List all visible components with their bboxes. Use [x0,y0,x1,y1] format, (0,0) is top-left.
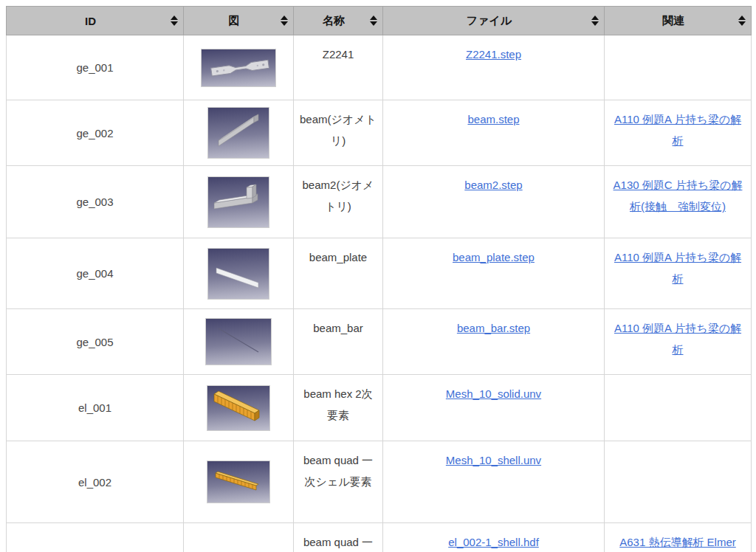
table-row: ge_001Z2241Z2241.step [7,35,752,100]
file-cell: Mesh_10_shell.unv [383,441,605,523]
id-cell [7,523,184,552]
related-link[interactable]: A110 例題A 片持ち梁の解析 [614,322,741,356]
file-cell: beam2.step [383,166,605,238]
file-cell: Mesh_10_solid.unv [383,375,605,441]
column-header-file[interactable]: ファイル [383,7,605,35]
file-link[interactable]: Mesh_10_shell.unv [446,454,541,466]
related-link[interactable]: A130 例題C 片持ち梁の解析(接触 強制変位) [614,179,743,213]
table-row: ge_004beam_platebeam_plate.stepA110 例題A … [7,238,752,309]
beam2-geometry-thumbnail [207,176,269,228]
beam-plate-thumbnail [207,248,269,300]
file-cell: beam_plate.step [383,238,605,309]
table-row: beam quad 一次シェル要素el_002-1_shell.hdfA631 … [7,523,752,552]
figure-cell [184,238,294,309]
sort-arrows-icon [370,15,377,26]
id-cell: ge_004 [7,238,184,309]
column-header-related[interactable]: 関連 [605,7,752,35]
name-cell: Z2241 [294,35,383,100]
sort-arrows-icon [591,15,599,26]
beam-geometry-thumbnail [207,107,269,159]
related-cell: A110 例題A 片持ち梁の解析 [605,309,752,375]
table-row: ge_003beam2(ジオメトリ)beam2.stepA130 例題C 片持ち… [7,166,752,238]
name-cell: beam_plate [294,238,383,309]
file-link[interactable]: beam2.step [464,179,522,191]
table-body: ge_001Z2241Z2241.stepge_002beam(ジオメトリ)be… [7,35,752,552]
related-link[interactable]: A110 例題A 片持ち梁の解析 [614,251,741,285]
id-cell: ge_003 [7,166,184,238]
figure-cell [184,100,294,166]
file-link[interactable]: el_002-1_shell.hdf [448,536,539,548]
table-row: ge_002beam(ジオメトリ)beam.stepA110 例題A 片持ち梁の… [7,100,752,166]
id-cell: el_002 [7,441,184,523]
id-cell: el_001 [7,375,184,441]
file-link[interactable]: beam_bar.step [457,322,530,334]
file-link[interactable]: beam_plate.step [453,251,535,263]
table-row: el_002beam quad 一次シェル要素Mesh_10_shell.unv [7,441,752,523]
name-cell: beam2(ジオメトリ) [294,166,383,238]
file-link[interactable]: Z2241.step [466,48,521,61]
name-cell: beam(ジオメトリ) [294,100,383,166]
id-cell: ge_002 [7,100,184,166]
name-cell: beam hex 2次要素 [294,375,383,441]
figure-cell [184,375,294,441]
column-header-label: 関連 [662,14,684,27]
column-header-label: 図 [229,14,240,27]
beam-hex-mesh-thumbnail [207,385,270,431]
related-link[interactable]: A110 例題A 片持ち梁の解析 [614,113,741,147]
related-cell [605,375,752,441]
figure-cell [184,166,294,238]
related-cell [605,441,752,523]
related-cell [605,35,752,100]
table-header-row: ID図名称ファイル関連 [7,7,752,35]
file-cell: beam.step [383,100,605,166]
related-cell: A110 例題A 片持ち梁の解析 [605,238,752,309]
sort-arrows-icon [281,15,288,26]
id-cell: ge_005 [7,309,184,375]
name-cell: beam_bar [294,309,383,375]
figure-cell [184,35,294,100]
figure-cell [184,309,294,375]
related-cell: A130 例題C 片持ち梁の解析(接触 強制変位) [605,166,752,238]
file-link[interactable]: Mesh_10_solid.unv [446,387,541,400]
beam-quad-mesh-thumbnail [207,460,270,503]
related-link[interactable]: A631 熱伝導解析 Elmer [619,536,736,548]
column-header-label: ファイル [467,14,512,27]
beam-bar-thumbnail [205,318,272,365]
name-cell: beam quad 一次シェル要素 [294,523,383,552]
figure-cell [184,441,294,523]
id-cell: ge_001 [7,35,184,100]
column-header-figure[interactable]: 図 [184,7,294,35]
related-cell: A110 例題A 片持ち梁の解析 [605,100,752,166]
column-header-id[interactable]: ID [7,7,184,35]
column-header-name[interactable]: 名称 [294,7,383,35]
dogbone-specimen-thumbnail [201,49,276,87]
name-cell: beam quad 一次シェル要素 [294,441,383,523]
figure-cell [184,523,294,552]
page: ID図名称ファイル関連 ge_001Z2241Z2241.stepge_002b… [0,0,756,552]
file-cell: beam_bar.step [383,309,605,375]
sort-arrows-icon [738,15,746,26]
table-row: ge_005beam_barbeam_bar.stepA110 例題A 片持ち梁… [7,309,752,375]
table-row: el_001beam hex 2次要素Mesh_10_solid.unv [7,375,752,441]
file-cell: Z2241.step [383,35,605,100]
column-header-label: ID [85,15,96,27]
sort-arrows-icon [171,15,178,26]
file-cell: el_002-1_shell.hdf [383,523,605,552]
related-cell: A631 熱伝導解析 Elmer [605,523,752,552]
parts-table: ID図名称ファイル関連 ge_001Z2241Z2241.stepge_002b… [6,6,752,552]
file-link[interactable]: beam.step [467,113,519,125]
column-header-label: 名称 [323,14,345,27]
